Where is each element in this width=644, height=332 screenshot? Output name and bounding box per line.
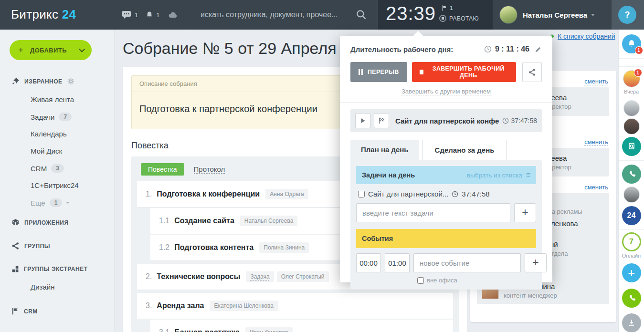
sidebar-item-1c-bitrix24[interactable]: 1С+Битрикс24 <box>31 181 79 189</box>
agenda-item-3[interactable]: 3. Аренда зала Екатерина Шеленкова <box>137 293 453 319</box>
invite-add-button[interactable]: + <box>622 263 641 282</box>
help-button[interactable]: ? <box>618 6 636 24</box>
plus-icon: + <box>628 266 635 280</box>
change-secretary-link[interactable]: сменить <box>584 138 608 146</box>
sidebar-item-tasks[interactable]: Задачи7 <box>31 113 72 121</box>
task-checkbox[interactable] <box>358 191 365 197</box>
sidebar-section-apps[interactable]: ПРИЛОЖЕНИЯ <box>11 218 69 227</box>
download-app-button[interactable] <box>622 313 641 332</box>
pause-label: ПЕРЕРЫВ <box>368 69 399 75</box>
logo[interactable]: Битрикс 24 <box>11 7 76 22</box>
out-of-office-checkbox[interactable] <box>417 277 424 284</box>
add-event-button[interactable]: + <box>525 253 547 272</box>
finish-other-time-link[interactable]: Завершить с другим временем <box>401 88 491 95</box>
worktime-clock-button[interactable]: 23:39 1 РАБОТАЮ <box>378 0 493 30</box>
play-task-button[interactable] <box>355 113 370 128</box>
stop-icon <box>420 70 424 74</box>
sidebar-item-more[interactable]: Ещё1 <box>31 198 70 207</box>
change-members-link[interactable]: сменить <box>584 184 608 191</box>
sidebar-section-favorites[interactable]: ИЗБРАННОЕ <box>11 77 74 85</box>
sidebar-item-design[interactable]: Дизайн <box>31 283 54 291</box>
chat-unread-badge: 1 <box>634 69 642 77</box>
agenda-item-number: 2. <box>146 272 152 281</box>
sidebar-item-label: 1С+Битрикс24 <box>31 181 79 189</box>
yesterday-label: Вчера <box>624 89 639 94</box>
sidebar-item-crm[interactable]: CRM3 <box>31 164 64 173</box>
favorites-header-label: ИЗБРАННОЕ <box>24 78 63 85</box>
agenda-item-assignee: Олег Строкатый <box>277 271 329 282</box>
tab-day-done[interactable]: Сделано за день <box>422 140 507 160</box>
plan-task-time: 37:47:58 <box>462 190 489 198</box>
apps-header-label: ПРИЛОЖЕНИЯ <box>24 219 69 226</box>
finish-day-button[interactable]: ЗАВЕРШИТЬ РАБОЧИЙ ДЕНЬ <box>412 62 516 82</box>
right-rail: 1 1 Вчера 24 7 Онлайн + <box>618 30 644 332</box>
sidebar-section-crm[interactable]: CRM <box>11 307 38 315</box>
current-task-title[interactable]: Сайт для партнерской конфер... <box>395 117 499 125</box>
sidebar-item-calendar[interactable]: Календарь <box>31 130 67 138</box>
sidebar-item-live-feed[interactable]: Живая лента <box>31 95 74 104</box>
telephony-button[interactable] <box>622 289 641 308</box>
more-count-badge: 1 <box>50 198 63 207</box>
sidebar-item-label: Живая лента <box>31 95 74 104</box>
agenda-item-assignee: Иван Филипов <box>245 327 293 332</box>
document-search-icon <box>627 142 636 151</box>
divider <box>619 160 644 161</box>
notification-badge: 1 <box>635 46 643 54</box>
chat-icon <box>122 10 132 20</box>
event-time-from-input[interactable] <box>356 253 381 272</box>
chat-contact-avatar[interactable] <box>623 118 640 135</box>
add-task-button[interactable]: + <box>514 203 536 222</box>
agenda-item-task-link[interactable]: Задача <box>246 271 274 282</box>
pause-button[interactable]: ПЕРЕРЫВ <box>350 62 407 82</box>
share-button[interactable] <box>522 62 542 82</box>
hamburger-icon[interactable]: ≡ <box>526 171 530 179</box>
tab-day-plan[interactable]: План на день <box>350 140 419 160</box>
new-event-input[interactable] <box>413 253 521 272</box>
bell-icon <box>627 39 636 49</box>
online-label: Онлайн <box>622 253 641 259</box>
tab-protocol[interactable]: Протокол <box>194 165 225 174</box>
messenger-button[interactable]: 1 <box>122 10 138 20</box>
divider <box>340 102 552 103</box>
apps-icon <box>11 218 20 227</box>
chat-contact-avatar[interactable]: 1 <box>623 70 640 87</box>
tab-agenda[interactable]: Повестка <box>141 163 184 176</box>
agenda-item-3-1[interactable]: 3.1 Баннер-растяжка Иван Филипов <box>150 320 453 332</box>
search-input[interactable] <box>201 10 355 19</box>
flag-icon <box>442 5 448 11</box>
add-button[interactable]: + ДОБАВИТЬ <box>10 40 92 60</box>
search-icon[interactable] <box>355 9 368 21</box>
doc-search-button[interactable] <box>622 137 641 156</box>
user-menu[interactable]: Наталья Сергеева <box>493 0 612 30</box>
finish-label: ЗАВЕРШИТЬ РАБОЧИЙ ДЕНЬ <box>428 65 508 79</box>
online-users-button[interactable]: 7 <box>622 232 641 251</box>
avatar[interactable] <box>499 6 517 24</box>
sidebar-section-extranet[interactable]: ГРУППЫ ЭКСТРАНЕТ <box>11 265 87 273</box>
notifications-button[interactable]: 1 <box>145 10 159 20</box>
phone-icon <box>627 169 636 179</box>
sidebar-item-my-disk[interactable]: Мой Диск <box>31 147 62 155</box>
change-leader-link[interactable]: сменить <box>584 78 608 85</box>
clock-icon <box>484 45 492 53</box>
cloud-button[interactable] <box>168 10 179 19</box>
choose-from-list-link[interactable]: выбрать из списка <box>467 172 522 179</box>
checkered-flag-icon <box>378 117 385 124</box>
finish-task-button[interactable] <box>374 113 389 128</box>
bitrix24-network-button[interactable]: 24 <box>622 206 641 225</box>
new-task-input[interactable] <box>356 203 510 222</box>
sidebar-item-label: Календарь <box>31 130 67 138</box>
plan-task-label[interactable]: Сайт для партнерской... <box>368 190 448 198</box>
gear-icon[interactable] <box>67 78 74 85</box>
chat-contact-avatar[interactable] <box>623 187 640 203</box>
notifications-rail-button[interactable]: 1 <box>622 34 641 53</box>
event-time-to-input[interactable] <box>385 253 410 272</box>
agenda-item-number: 3. <box>146 301 152 310</box>
chat-contact-avatar[interactable] <box>623 100 640 116</box>
add-button-label: ДОБАВИТЬ <box>30 47 79 54</box>
sidebar-section-groups[interactable]: ГРУППЫ <box>11 242 50 250</box>
tasks-header-label: Задачи на день <box>362 171 467 179</box>
back-to-meetings-link[interactable]: К списку собраний <box>547 32 615 40</box>
worktime-duration: 9 : 11 : 46 <box>495 45 529 53</box>
pencil-icon[interactable] <box>535 46 542 53</box>
call-history-button[interactable] <box>622 165 641 184</box>
